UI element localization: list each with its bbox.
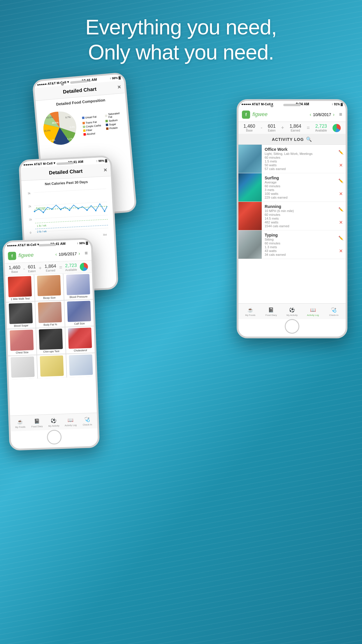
svg-line-18 bbox=[35, 219, 108, 223]
list-item[interactable] bbox=[66, 353, 96, 377]
equals-op: = bbox=[307, 125, 310, 131]
my-foods-icon: ☕ bbox=[17, 418, 24, 425]
available-label: Available bbox=[315, 129, 327, 132]
eaten-calories: 601 bbox=[268, 124, 276, 129]
home-button[interactable] bbox=[285, 319, 299, 334]
list-item[interactable]: Body Fat % bbox=[35, 300, 65, 328]
next-arrow[interactable]: › bbox=[333, 112, 334, 117]
list-item[interactable]: Blood Sugar bbox=[6, 302, 36, 329]
menu-icon[interactable]: ≡ bbox=[339, 111, 342, 118]
item-label: Body Fat % bbox=[43, 323, 57, 326]
activity-list: Office Work Light, Sitting, Lab Work, Me… bbox=[238, 145, 346, 259]
tab-my-foods[interactable]: ☕ My Foods bbox=[12, 418, 29, 429]
activity-title: Office Work bbox=[265, 147, 333, 152]
grid-thumb bbox=[9, 303, 33, 324]
delete-icon[interactable]: ✕ bbox=[339, 191, 343, 197]
delete-icon[interactable]: ✕ bbox=[339, 162, 343, 168]
list-item[interactable]: Blood Pressure bbox=[64, 273, 93, 300]
available-calories: 2,723 bbox=[315, 124, 327, 129]
tab-check-in[interactable]: 🩺 Check-In bbox=[79, 416, 96, 426]
activity-info: Office Work Light, Sitting, Lab Work, Me… bbox=[262, 145, 336, 173]
close-button[interactable]: × bbox=[117, 83, 121, 90]
phone-activity-log: ●●●●● AT&T M-Cell ▾ 8:34 AM ↑ 91% ▓ f fi… bbox=[237, 99, 347, 338]
carrier: ●●●●● AT&T M-Cell ▾ bbox=[241, 102, 273, 106]
activity-log-label: Activity Log bbox=[65, 424, 77, 427]
food-diary-label: Food Diary bbox=[31, 425, 43, 428]
table-row: Surfing Average 60 minutes 3 mets 100 wa… bbox=[238, 173, 346, 202]
app-name: figwee bbox=[252, 111, 268, 118]
edit-icon[interactable]: ✏️ bbox=[338, 236, 343, 240]
activity-log-icon: 📖 bbox=[310, 306, 317, 313]
tab-activity-log[interactable]: 📖 Activity Log bbox=[303, 306, 324, 316]
activity-detail1: 60 minutes bbox=[265, 242, 333, 245]
activity-detail1: 60 minutes bbox=[265, 213, 333, 216]
svg-text:5.1%: 5.1% bbox=[67, 137, 73, 141]
check-in-label: Check-In bbox=[83, 423, 92, 426]
home-button[interactable] bbox=[47, 430, 62, 445]
edit-icon[interactable]: ✏️ bbox=[338, 178, 343, 183]
line-chart-svg: 3k 2k 1k 0 Average 1 lb / wk 2 lb / wk bbox=[26, 184, 110, 247]
activity-info: Surfing Average 60 minutes 3 mets 100 wa… bbox=[262, 173, 336, 202]
svg-line-12 bbox=[34, 189, 106, 192]
list-item[interactable]: Cholesterol bbox=[65, 326, 95, 354]
svg-text:4.0%: 4.0% bbox=[50, 139, 55, 142]
edit-icon[interactable]: ✏️ bbox=[338, 150, 343, 155]
tab-food-diary[interactable]: 📓 Food Diary bbox=[28, 417, 45, 428]
activity-title: Typing bbox=[265, 233, 333, 237]
tab-my-activity[interactable]: ⚽ My Activity bbox=[45, 417, 62, 428]
grid-thumb bbox=[10, 356, 34, 378]
svg-text:3k: 3k bbox=[28, 192, 31, 195]
tab-activity-log[interactable]: 📖 Activity Log bbox=[62, 416, 79, 427]
my-foods-icon: ☕ bbox=[247, 306, 254, 313]
tab-food-diary[interactable]: 📓 Food Diary bbox=[261, 306, 282, 316]
eaten-calories: 601 bbox=[28, 264, 36, 270]
grid-thumb bbox=[39, 329, 63, 350]
activity-detail4: 229 cals earned bbox=[265, 196, 333, 199]
activity-detail2: 14.5 mets bbox=[265, 217, 333, 220]
activity-detail4: 1544 cals earned bbox=[265, 224, 333, 228]
list-item[interactable]: Bicep Size bbox=[34, 274, 64, 301]
tab-my-foods[interactable]: ☕ My Foods bbox=[240, 306, 261, 316]
minus-op: - bbox=[23, 266, 25, 272]
tab-my-activity[interactable]: ⚽ My Activity bbox=[282, 306, 303, 316]
item-label: Chin-ups Test bbox=[43, 350, 59, 353]
svg-text:30d: 30d bbox=[103, 233, 107, 236]
check-in-icon: 🩺 bbox=[84, 416, 91, 423]
plus-op: + bbox=[281, 125, 284, 131]
grid-thumb bbox=[68, 328, 92, 349]
base-calories: 1,460 bbox=[8, 265, 20, 270]
list-item[interactable]: Chin-ups Test bbox=[36, 327, 66, 354]
available-label: Available bbox=[65, 268, 77, 272]
eaten-label: Eaten bbox=[268, 129, 276, 132]
activity-info: Typing Sitting 60 minutes 1.3 mets 43 wa… bbox=[262, 230, 336, 259]
pie-chart-container: Detailed Food Composition 20.5% 9.7% bbox=[36, 93, 129, 151]
close-button[interactable]: × bbox=[103, 167, 107, 174]
search-icon[interactable]: 🔍 bbox=[306, 136, 312, 142]
carrier: ●●●●● AT&T M-Cell ▾ bbox=[23, 161, 55, 167]
item-label: Bicep Size bbox=[43, 296, 56, 299]
prev-arrow[interactable]: ‹ bbox=[55, 252, 57, 257]
calorie-pie-icon[interactable] bbox=[333, 124, 341, 132]
list-item[interactable]: 1 Mile Walk Test bbox=[5, 275, 35, 302]
next-arrow[interactable]: › bbox=[78, 251, 80, 256]
tab-bar: ☕ My Foods 📓 Food Diary ⚽ My Activity 📖 … bbox=[238, 303, 346, 319]
calorie-pie-icon[interactable] bbox=[80, 262, 88, 271]
delete-icon[interactable]: ✕ bbox=[339, 220, 343, 225]
list-item[interactable]: Calf Size bbox=[64, 300, 94, 327]
activity-detail3: 482 watts bbox=[265, 220, 333, 224]
delete-icon[interactable]: ✕ bbox=[339, 248, 343, 254]
item-label: 1 Mile Walk Test bbox=[11, 297, 30, 300]
earned-calories: 1,864 bbox=[45, 263, 57, 269]
my-activity-label: My Activity bbox=[287, 314, 298, 316]
edit-icon[interactable]: ✏️ bbox=[338, 207, 343, 212]
list-item[interactable] bbox=[8, 355, 37, 379]
activity-log-label: Activity Log bbox=[307, 314, 319, 316]
menu-icon[interactable]: ≡ bbox=[85, 250, 88, 256]
tab-check-in[interactable]: 🩺 Check-In bbox=[323, 306, 344, 316]
equals-op: = bbox=[59, 265, 62, 271]
list-item[interactable]: Chest Size bbox=[7, 328, 36, 356]
list-item[interactable] bbox=[37, 354, 66, 378]
minus-op: - bbox=[261, 125, 262, 131]
my-activity-icon: ⚽ bbox=[50, 417, 57, 424]
prev-arrow[interactable]: ‹ bbox=[310, 112, 311, 117]
